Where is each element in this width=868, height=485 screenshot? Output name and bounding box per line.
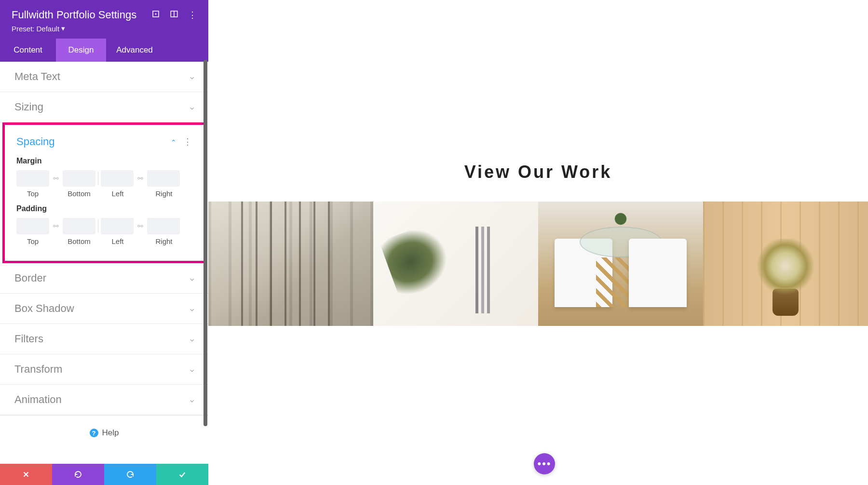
help-link[interactable]: ? Help bbox=[0, 415, 208, 450]
more-icon[interactable]: ⋮ bbox=[188, 10, 197, 20]
settings-tabs: Content Design Advanced bbox=[0, 39, 208, 62]
svg-point-1 bbox=[155, 13, 157, 14]
section-title: Meta Text bbox=[14, 70, 60, 83]
padding-bottom-input[interactable] bbox=[63, 218, 95, 234]
section-box-shadow[interactable]: Box Shadow ⌵ bbox=[0, 294, 208, 324]
link-icon[interactable]: ⚯ bbox=[49, 170, 63, 187]
link-icon[interactable]: ⚯ bbox=[134, 218, 147, 234]
padding-label: Padding bbox=[16, 204, 192, 213]
section-border[interactable]: Border ⌵ bbox=[0, 263, 208, 294]
tab-design[interactable]: Design bbox=[56, 39, 106, 62]
tab-advanced[interactable]: Advanced bbox=[106, 39, 163, 62]
sections-list: Meta Text ⌵ Sizing ⌵ Spacing ⌃ ⋮ Margin … bbox=[0, 62, 208, 464]
section-sizing[interactable]: Sizing ⌵ bbox=[0, 92, 208, 122]
chevron-down-icon: ⌵ bbox=[190, 365, 194, 373]
portfolio-row bbox=[208, 202, 868, 326]
undo-button[interactable] bbox=[52, 464, 104, 485]
margin-right-input[interactable] bbox=[147, 170, 180, 187]
chevron-down-icon: ⌵ bbox=[190, 305, 194, 312]
portfolio-item[interactable] bbox=[373, 202, 538, 326]
padding-top-input[interactable] bbox=[16, 218, 49, 234]
chevron-down-icon: ⌵ bbox=[190, 103, 194, 111]
section-title: Sizing bbox=[14, 101, 43, 113]
redo-button[interactable] bbox=[104, 464, 156, 485]
close-button[interactable] bbox=[0, 464, 52, 485]
portfolio-heading: View Our Work bbox=[208, 162, 868, 182]
portfolio-item[interactable] bbox=[703, 202, 868, 326]
chevron-down-icon: ⌵ bbox=[190, 335, 194, 343]
section-meta-text[interactable]: Meta Text ⌵ bbox=[0, 62, 208, 92]
sidebar-header: Fullwidth Portfolio Settings ⋮ Preset: D… bbox=[0, 0, 208, 39]
chevron-up-icon: ⌃ bbox=[171, 138, 176, 146]
footer-buttons bbox=[0, 464, 208, 485]
settings-sidebar: Fullwidth Portfolio Settings ⋮ Preset: D… bbox=[0, 0, 208, 485]
more-icon[interactable]: ⋮ bbox=[183, 137, 192, 147]
chevron-down-icon: ⌵ bbox=[190, 73, 194, 81]
divider bbox=[98, 219, 98, 233]
sidebar-title: Fullwidth Portfolio Settings bbox=[12, 9, 151, 21]
help-icon: ? bbox=[90, 429, 98, 437]
padding-group: Padding ⚯ ⚯ Top Bottom Left bbox=[5, 204, 203, 245]
responsive-icon[interactable] bbox=[170, 10, 178, 21]
margin-top-input[interactable] bbox=[16, 170, 49, 187]
chevron-down-icon: ▾ bbox=[61, 24, 65, 33]
preset-value: Default bbox=[37, 25, 60, 33]
portfolio-item[interactable] bbox=[538, 202, 703, 326]
margin-label: Margin bbox=[16, 157, 192, 165]
floating-action-button[interactable]: ••• bbox=[534, 453, 555, 474]
preset-label: Preset: bbox=[12, 25, 35, 33]
expand-icon[interactable] bbox=[151, 10, 160, 21]
help-label: Help bbox=[102, 428, 119, 438]
section-title: Transform bbox=[14, 363, 62, 376]
label-left: Left bbox=[101, 237, 134, 245]
margin-left-input[interactable] bbox=[101, 170, 134, 187]
margin-bottom-input[interactable] bbox=[63, 170, 95, 187]
preview-canvas: View Our Work bbox=[208, 0, 868, 485]
section-filters[interactable]: Filters ⌵ bbox=[0, 324, 208, 354]
label-top: Top bbox=[16, 189, 49, 198]
link-icon[interactable]: ⚯ bbox=[49, 218, 63, 234]
section-animation[interactable]: Animation ⌵ bbox=[0, 385, 208, 415]
section-spacing-expanded: Spacing ⌃ ⋮ Margin ⚯ ⚯ Top bbox=[2, 122, 206, 263]
padding-left-input[interactable] bbox=[101, 218, 134, 234]
label-right: Right bbox=[148, 189, 180, 198]
divider bbox=[98, 172, 98, 185]
section-spacing-header[interactable]: Spacing ⌃ ⋮ bbox=[5, 125, 203, 157]
section-title: Box Shadow bbox=[14, 302, 74, 315]
save-button[interactable] bbox=[156, 464, 208, 485]
label-top: Top bbox=[16, 237, 49, 245]
section-title: Border bbox=[14, 272, 46, 284]
preset-selector[interactable]: Preset: Default ▾ bbox=[12, 24, 197, 33]
tab-content[interactable]: Content bbox=[0, 39, 56, 62]
margin-group: Margin ⚯ ⚯ Top Bottom Left bbox=[5, 157, 203, 198]
padding-right-input[interactable] bbox=[147, 218, 180, 234]
chevron-down-icon: ⌵ bbox=[190, 274, 194, 282]
label-left: Left bbox=[101, 189, 134, 198]
section-title: Spacing bbox=[16, 135, 55, 148]
section-title: Animation bbox=[14, 393, 62, 406]
label-right: Right bbox=[148, 237, 180, 245]
section-transform[interactable]: Transform ⌵ bbox=[0, 354, 208, 385]
label-bottom: Bottom bbox=[63, 189, 95, 198]
link-icon[interactable]: ⚯ bbox=[134, 170, 147, 187]
sidebar-resize-handle[interactable] bbox=[203, 60, 207, 426]
label-bottom: Bottom bbox=[63, 237, 95, 245]
chevron-down-icon: ⌵ bbox=[190, 396, 194, 404]
portfolio-item[interactable] bbox=[208, 202, 373, 326]
section-title: Filters bbox=[14, 333, 43, 345]
